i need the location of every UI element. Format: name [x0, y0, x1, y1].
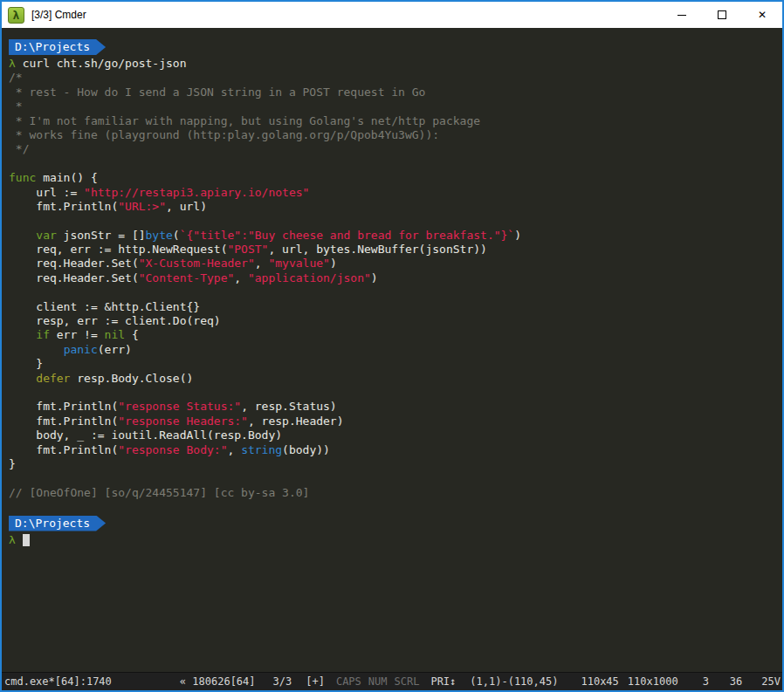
text-cursor — [23, 534, 30, 546]
cmder-window: λ [3/3] Cmder ✕ D:\Projectsλ curl cht.sh… — [0, 0, 784, 692]
code-segment: */ — [9, 142, 29, 155]
status-item: (1,1)-(110,45) — [470, 675, 558, 688]
code-line: * rest - How do I send a JSON string in … — [9, 86, 779, 99]
minimize-icon — [677, 15, 686, 16]
code-line: // [OneOfOne] [so/q/24455147] [cc by-sa … — [9, 486, 779, 500]
code-segment: "POST" — [227, 243, 268, 256]
code-line: */ — [9, 142, 779, 156]
code-line: fmt.Println("response Headers:", resp.He… — [9, 415, 779, 428]
code-segment — [9, 229, 36, 242]
code-line: if err != nil { — [9, 328, 779, 342]
cmder-lambda-icon: λ — [8, 7, 24, 24]
code-segment: if — [36, 328, 50, 341]
code-segment: "response Headers:" — [118, 415, 248, 428]
code-segment: { — [125, 328, 139, 341]
code-segment: body, _ := ioutil.ReadAll(resp.Body) — [9, 428, 282, 442]
code-line: λ — [9, 533, 779, 547]
code-segment: "response Status:" — [118, 400, 241, 413]
maximize-button[interactable] — [702, 2, 742, 28]
code-segment: "X-Custom-Header" — [139, 257, 255, 270]
status-item: 3/3 — [273, 675, 292, 688]
code-segment: nil — [105, 328, 125, 341]
maximize-icon — [718, 10, 726, 19]
code-segment: ) — [371, 271, 378, 284]
status-item: « 180626[64] — [180, 675, 256, 688]
status-item: 36 — [730, 675, 742, 688]
code-line: } — [9, 357, 779, 371]
code-line: client := &http.Client{} — [9, 300, 779, 314]
prompt-path-badge: D:\Projects — [9, 39, 106, 55]
code-segment: jsonStr = [] — [57, 229, 146, 242]
code-line: req.Header.Set("Content-Type", "applicat… — [9, 271, 779, 285]
code-segment: λ — [9, 533, 23, 546]
code-line — [9, 471, 779, 485]
code-segment: "http://restapi3.apiary.io/notes" — [84, 186, 309, 199]
code-segment: panic — [64, 343, 98, 356]
status-bar: cmd.exe*[64]:1740 « 180626[64]3/3[+]CAPS… — [2, 672, 782, 690]
terminal-output[interactable]: D:\Projectsλ curl cht.sh/go/post-json/* … — [2, 28, 782, 672]
code-segment: url := — [9, 186, 84, 199]
close-button[interactable]: ✕ — [742, 2, 782, 28]
code-segment: err != — [50, 328, 105, 341]
code-segment: /* — [9, 71, 23, 84]
code-line — [9, 386, 779, 400]
code-segment: defer — [36, 372, 70, 385]
prompt-path-badge: D:\Projects — [9, 516, 106, 531]
code-line: } — [9, 457, 779, 471]
code-segment: "URL:>" — [118, 200, 166, 213]
close-icon: ✕ — [758, 10, 767, 20]
code-segment: } — [9, 357, 43, 370]
status-item: 110x1000 — [628, 675, 678, 688]
code-segment: // [OneOfOne] [so/q/24455147] [cc by-sa … — [9, 486, 309, 499]
code-segment: } — [9, 457, 16, 470]
code-segment: λ — [9, 57, 23, 70]
code-segment: var — [36, 229, 56, 242]
window-controls: ✕ — [662, 2, 782, 28]
code-segment: req, err := http.NewRequest( — [9, 243, 227, 256]
code-segment: curl cht.sh/go/post-json — [23, 57, 187, 70]
code-segment — [9, 372, 36, 385]
code-segment: "application/json" — [248, 271, 371, 284]
code-segment: "myvalue" — [268, 257, 329, 270]
code-segment: string — [241, 443, 282, 456]
code-line: λ curl cht.sh/go/post-json — [9, 57, 779, 71]
code-segment: fmt.Println( — [9, 400, 118, 413]
code-line — [9, 285, 779, 299]
code-segment: fmt.Println( — [9, 443, 118, 456]
code-segment: * rest - How do I send a JSON string in … — [9, 86, 425, 99]
code-line: defer resp.Body.Close() — [9, 372, 779, 386]
code-segment: resp, err := client.Do(req) — [9, 314, 221, 327]
code-line: * I'm not familiar with napping, but usi… — [9, 114, 779, 128]
code-segment — [9, 343, 64, 356]
code-segment: fmt.Println( — [9, 200, 118, 213]
code-line: func main() { — [9, 171, 779, 185]
status-process-info: cmd.exe*[64]:1740 — [4, 675, 112, 688]
code-segment: (body)) — [282, 443, 330, 456]
code-segment: resp.Body.Close() — [70, 372, 193, 385]
title-bar[interactable]: λ [3/3] Cmder ✕ — [2, 2, 782, 28]
code-segment: func — [9, 171, 36, 184]
status-item: PRI↕ — [430, 675, 456, 688]
code-line: req, err := http.NewRequest("POST", url,… — [9, 243, 779, 257]
code-segment: "response Body:" — [118, 443, 227, 456]
code-line: fmt.Println("response Body:", string(bod… — [9, 443, 779, 457]
code-segment: , resp.Status) — [241, 400, 337, 413]
code-line: * works fine (playground (http:play.gola… — [9, 128, 779, 142]
code-line — [9, 214, 779, 228]
minimize-button[interactable] — [662, 2, 702, 28]
window-title: [3/3] Cmder — [31, 9, 86, 21]
code-line: fmt.Println("response Status:", resp.Sta… — [9, 400, 779, 414]
code-line: * — [9, 99, 779, 113]
code-segment: "Content-Type" — [139, 271, 235, 284]
prompt-line: D:\Projects — [9, 39, 779, 56]
code-segment: , resp.Header) — [248, 415, 344, 428]
code-segment: ) — [514, 229, 521, 242]
code-line: url := "http://restapi3.apiary.io/notes" — [9, 186, 779, 200]
code-segment: `{"title":"Buy cheese and bread for brea… — [180, 229, 515, 242]
status-items: « 180626[64]3/3[+]CAPSNUMSCRLPRI↕(1,1)-(… — [112, 675, 782, 688]
code-segment: * I'm not familiar with napping, but usi… — [9, 114, 480, 127]
status-item: 3 — [703, 675, 709, 688]
code-segment: byte — [146, 229, 173, 242]
code-segment: * works fine (playground (http:play.gola… — [9, 128, 439, 141]
code-segment: fmt.Println( — [9, 415, 118, 428]
